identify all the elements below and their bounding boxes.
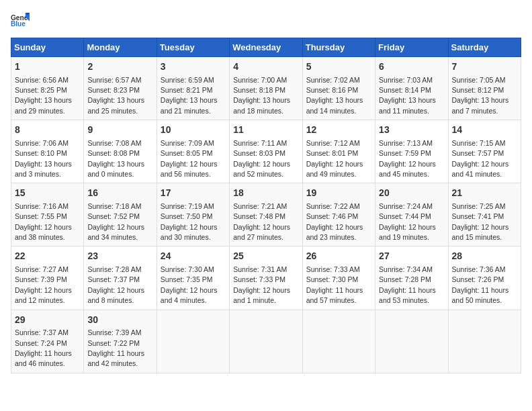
cell-text-line: Sunset: 8:01 PM [306, 149, 359, 157]
cell-text-line: Sunrise: 7:05 AM [452, 76, 506, 84]
calendar-cell: 29Sunrise: 7:37 AMSunset: 7:24 PMDayligh… [11, 310, 84, 373]
cell-text-line: Daylight: 12 hours [161, 160, 218, 168]
day-number: 17 [161, 187, 226, 200]
cell-text-line: Daylight: 13 hours [15, 96, 72, 104]
calendar-cell: 2Sunrise: 6:57 AMSunset: 8:23 PMDaylight… [84, 57, 157, 120]
cell-text-line: and 18 minutes. [233, 107, 283, 115]
cell-text-line: Daylight: 12 hours [87, 223, 144, 231]
cell-text-line: Sunrise: 7:36 AM [452, 265, 506, 273]
cell-text-line: Daylight: 13 hours [15, 160, 72, 168]
cell-text-line: Daylight: 11 hours [452, 286, 509, 294]
svg-text:Blue: Blue [11, 20, 26, 28]
cell-text-line: Daylight: 12 hours [379, 160, 436, 168]
day-number: 13 [379, 124, 444, 137]
day-number: 20 [379, 187, 444, 200]
day-header-wednesday: Wednesday [230, 38, 302, 57]
cell-text-line: Sunset: 7:26 PM [452, 275, 504, 283]
cell-text-line: Sunrise: 7:22 AM [306, 202, 360, 210]
cell-text-line: Daylight: 13 hours [306, 96, 363, 104]
cell-text-line: Sunrise: 7:06 AM [15, 139, 69, 147]
cell-text-line: and 41 minutes. [452, 170, 502, 178]
day-number: 22 [15, 250, 80, 263]
logo: General Blue [11, 11, 34, 30]
cell-text-line: Sunset: 7:35 PM [161, 275, 213, 283]
cell-text-line: and 11 minutes. [379, 107, 429, 115]
cell-text-line: Sunrise: 7:15 AM [452, 139, 506, 147]
cell-text-line: Sunrise: 7:13 AM [379, 139, 433, 147]
cell-text-line: Sunrise: 7:21 AM [233, 202, 287, 210]
cell-text-line: Sunrise: 7:37 AM [15, 328, 69, 336]
day-number: 2 [87, 60, 152, 74]
cell-text-line: and 38 minutes. [15, 233, 65, 241]
cell-text-line: Sunset: 8:23 PM [87, 86, 140, 94]
cell-text-line: and 7 minutes. [452, 107, 498, 115]
calendar-cell: 7Sunrise: 7:05 AMSunset: 8:12 PMDaylight… [448, 57, 521, 120]
cell-text-line: and 27 minutes. [233, 233, 283, 241]
calendar-cell: 18Sunrise: 7:21 AMSunset: 7:48 PMDayligh… [230, 183, 302, 246]
cell-text-line: Sunset: 8:12 PM [452, 86, 504, 94]
cell-text-line: Daylight: 12 hours [306, 223, 363, 231]
cell-text-line: and 0 minutes. [87, 170, 134, 178]
cell-text-line: Sunset: 8:03 PM [233, 149, 285, 157]
cell-text-line: Daylight: 12 hours [452, 160, 509, 168]
calendar-cell: 10Sunrise: 7:09 AMSunset: 8:05 PMDayligh… [157, 120, 229, 183]
cell-text-line: Sunrise: 7:30 AM [161, 265, 214, 273]
cell-text-line: Daylight: 12 hours [15, 223, 72, 231]
day-number: 29 [15, 314, 80, 327]
calendar-cell: 25Sunrise: 7:31 AMSunset: 7:33 PMDayligh… [230, 246, 302, 310]
calendar-header-row: SundayMondayTuesdayWednesdayThursdayFrid… [11, 38, 521, 57]
cell-text-line: Sunrise: 7:18 AM [87, 202, 141, 210]
calendar-cell: 12Sunrise: 7:12 AMSunset: 8:01 PMDayligh… [302, 120, 375, 183]
cell-text-line: Sunset: 7:28 PM [379, 275, 431, 283]
calendar-cell: 9Sunrise: 7:08 AMSunset: 8:08 PMDaylight… [84, 120, 157, 183]
day-number: 27 [379, 250, 444, 263]
day-header-thursday: Thursday [302, 38, 375, 57]
week-row-2: 8Sunrise: 7:06 AMSunset: 8:10 PMDaylight… [11, 120, 521, 183]
cell-text-line: Daylight: 13 hours [379, 96, 436, 104]
calendar-cell: 21Sunrise: 7:25 AMSunset: 7:41 PMDayligh… [448, 183, 521, 246]
cell-text-line: Sunset: 8:16 PM [306, 86, 359, 94]
day-header-monday: Monday [84, 38, 157, 57]
logo-icon: General Blue [11, 11, 30, 30]
cell-text-line: and 52 minutes. [233, 170, 283, 178]
day-number: 10 [161, 124, 226, 137]
calendar-cell [230, 310, 302, 373]
cell-text-line: Sunset: 7:46 PM [306, 212, 359, 220]
calendar-table: SundayMondayTuesdayWednesdayThursdayFrid… [11, 38, 521, 373]
cell-text-line: Daylight: 12 hours [15, 286, 72, 294]
calendar-cell [375, 310, 448, 373]
day-number: 12 [306, 124, 371, 137]
cell-text-line: Sunrise: 7:02 AM [306, 76, 360, 84]
cell-text-line: and 8 minutes. [87, 296, 134, 304]
cell-text-line: Sunset: 8:05 PM [161, 149, 213, 157]
cell-text-line: Daylight: 12 hours [87, 286, 144, 294]
day-number: 3 [161, 60, 226, 74]
cell-text-line: Daylight: 11 hours [306, 286, 363, 294]
calendar-cell: 14Sunrise: 7:15 AMSunset: 7:57 PMDayligh… [448, 120, 521, 183]
day-number: 21 [452, 187, 517, 200]
calendar-cell: 13Sunrise: 7:13 AMSunset: 7:59 PMDayligh… [375, 120, 448, 183]
cell-text-line: Sunrise: 7:33 AM [306, 265, 360, 273]
day-number: 15 [15, 187, 80, 200]
cell-text-line: and 3 minutes. [15, 170, 61, 178]
cell-text-line: Daylight: 12 hours [306, 160, 363, 168]
day-header-sunday: Sunday [11, 38, 84, 57]
cell-text-line: Sunset: 7:59 PM [379, 149, 431, 157]
calendar-cell: 26Sunrise: 7:33 AMSunset: 7:30 PMDayligh… [302, 246, 375, 310]
cell-text-line: Sunset: 7:50 PM [161, 212, 213, 220]
calendar-cell: 5Sunrise: 7:02 AMSunset: 8:16 PMDaylight… [302, 57, 375, 120]
day-number: 4 [233, 60, 298, 74]
cell-text-line: and 19 minutes. [379, 233, 429, 241]
day-number: 30 [87, 314, 152, 327]
cell-text-line: Daylight: 11 hours [87, 349, 144, 357]
cell-text-line: and 21 minutes. [161, 107, 211, 115]
cell-text-line: and 46 minutes. [15, 359, 65, 367]
calendar-cell: 8Sunrise: 7:06 AMSunset: 8:10 PMDaylight… [11, 120, 84, 183]
cell-text-line: Sunset: 7:55 PM [15, 212, 67, 220]
cell-text-line: Sunset: 7:22 PM [87, 339, 140, 347]
day-number: 26 [306, 250, 371, 263]
cell-text-line: and 12 minutes. [15, 296, 65, 304]
cell-text-line: and 57 minutes. [306, 296, 357, 304]
cell-text-line: Daylight: 12 hours [233, 286, 290, 294]
day-number: 18 [233, 187, 298, 200]
